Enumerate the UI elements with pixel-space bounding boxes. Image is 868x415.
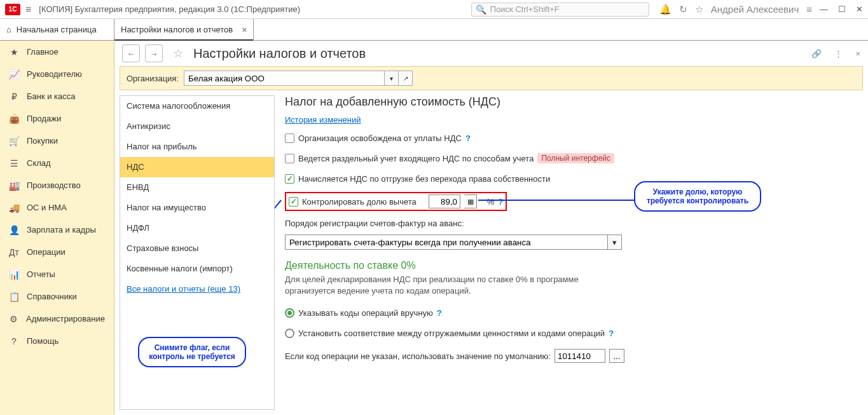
- sidebar-item[interactable]: 🏭Производство: [0, 174, 114, 196]
- checkbox-shipment[interactable]: ✓: [285, 174, 294, 184]
- sidebar-icon: 🛒: [9, 136, 19, 146]
- advance-select-input[interactable]: [285, 235, 608, 250]
- sidebar-item[interactable]: 👤Зарплата и кадры: [0, 219, 114, 241]
- help-icon[interactable]: ?: [609, 329, 614, 338]
- left-menu-item[interactable]: Косвенные налоги (импорт): [120, 259, 274, 279]
- org-dropdown-button[interactable]: ▾: [385, 71, 399, 86]
- default-code-label: Если код операции не указан, использоват…: [285, 351, 551, 361]
- radio-auto-codes-label: Установить соответствие между отгружаемы…: [298, 329, 605, 338]
- tab-home-label: Начальная страница: [17, 25, 97, 34]
- forward-button[interactable]: →: [145, 44, 163, 62]
- callout-right: Укажите долю, которуютребуется контролир…: [634, 181, 761, 212]
- tab-close-icon[interactable]: ×: [242, 25, 247, 35]
- help-icon[interactable]: ?: [498, 197, 503, 207]
- sidebar-icon: Дт: [9, 247, 19, 257]
- sidebar-item[interactable]: ₽Банк и касса: [0, 85, 114, 107]
- ratio-input[interactable]: [429, 194, 460, 208]
- menu-icon[interactable]: ≡: [25, 4, 31, 15]
- left-menu-item[interactable]: Антикризис: [120, 116, 274, 137]
- checkbox-control-ratio-label: Контролировать долю вычета: [302, 197, 417, 207]
- tab-home[interactable]: ⌂ Начальная страница: [0, 19, 114, 40]
- org-input[interactable]: [184, 71, 385, 86]
- help-icon[interactable]: ?: [465, 133, 471, 143]
- default-code-input[interactable]: [555, 349, 605, 363]
- left-menu-item[interactable]: Налог на прибыль: [120, 137, 274, 157]
- sidebar-item[interactable]: ★Главное: [0, 41, 114, 63]
- more-icon[interactable]: ⋮: [834, 49, 843, 58]
- sidebar-label: Администрирование: [26, 314, 105, 323]
- sidebar-icon: 👤: [9, 225, 19, 235]
- link-icon[interactable]: 🔗: [811, 49, 822, 58]
- sidebar-icon: ★: [9, 47, 19, 57]
- sidebar-icon: 🏭: [9, 180, 19, 191]
- org-open-button[interactable]: ↗: [399, 71, 413, 86]
- svg-line-0: [275, 200, 281, 340]
- checkbox-exempt[interactable]: [285, 133, 294, 143]
- sidebar-label: Покупки: [27, 136, 58, 146]
- organization-bar: Организация: ▾ ↗: [120, 66, 863, 90]
- sidebar-item[interactable]: ☰Склад: [0, 152, 114, 174]
- checkbox-separate[interactable]: [285, 154, 294, 163]
- bell-icon[interactable]: 🔔: [659, 4, 672, 15]
- default-code-browse-button[interactable]: ...: [609, 349, 624, 363]
- minimize-button[interactable]: —: [820, 4, 828, 14]
- percent-label: %: [487, 197, 495, 207]
- left-menu-item[interactable]: Страховые взносы: [120, 238, 274, 259]
- nds-heading: Налог на добавленную стоимость (НДС): [285, 95, 853, 109]
- sidebar-icon: ⚙: [9, 314, 18, 324]
- maximize-button[interactable]: ☐: [838, 4, 846, 14]
- sidebar-item[interactable]: ?Помощь: [0, 330, 114, 352]
- advance-select-dropdown[interactable]: ▾: [608, 235, 622, 250]
- checkbox-exempt-label: Организация освобождена от уплаты НДС: [298, 133, 462, 143]
- sidebar-item[interactable]: 📋Справочники: [0, 285, 114, 308]
- close-content-icon[interactable]: ×: [855, 49, 860, 58]
- sidebar-item[interactable]: 🚚ОС и НМА: [0, 196, 114, 219]
- radio-manual-codes[interactable]: [285, 308, 294, 318]
- user-name[interactable]: Андрей Алексеевич: [711, 4, 799, 15]
- sidebar-icon: 🚚: [9, 203, 19, 213]
- sidebar-label: Помощь: [27, 336, 59, 346]
- home-icon: ⌂: [6, 25, 11, 34]
- sidebar-icon: 📊: [9, 269, 19, 280]
- left-menu-item[interactable]: НДФЛ: [120, 218, 274, 238]
- sidebar-label: Главное: [27, 47, 59, 57]
- checkbox-control-ratio[interactable]: ✓: [289, 197, 298, 207]
- sidebar-item[interactable]: ДтОперации: [0, 241, 114, 263]
- search-input[interactable]: 🔍 Поиск Ctrl+Shift+F: [471, 3, 649, 17]
- advance-select: ▾: [285, 235, 622, 250]
- content-header: ← → ☆ Настройки налогов и отчетов 🔗 ⋮ ×: [114, 41, 868, 66]
- callout-left: Снимите флаг, если контроль не требуется: [138, 337, 246, 367]
- zero-rate-heading: Деятельность по ставке 0%: [285, 260, 853, 271]
- left-menu-item[interactable]: Система налогообложения: [120, 96, 274, 116]
- logo-1c: 1C: [5, 4, 20, 15]
- left-menu-item[interactable]: НДС: [120, 157, 274, 177]
- back-button[interactable]: ←: [122, 44, 140, 62]
- left-menu-item[interactable]: Налог на имущество: [120, 198, 274, 218]
- star-icon[interactable]: ☆: [695, 4, 703, 15]
- sidebar-label: Производство: [27, 180, 81, 190]
- sidebar-item[interactable]: 📈Руководителю: [0, 63, 114, 85]
- checkbox-separate-label: Ведется раздельный учет входящего НДС по…: [298, 154, 534, 163]
- main-sidebar: ★Главное📈Руководителю₽Банк и касса👜Прода…: [0, 41, 114, 415]
- org-label: Организация:: [127, 74, 179, 83]
- sidebar-item[interactable]: 📊Отчеты: [0, 263, 114, 285]
- sidebar-label: Руководителю: [27, 69, 82, 79]
- sidebar-item[interactable]: 🛒Покупки: [0, 130, 114, 152]
- tab-settings-label: Настройки налогов и отчетов: [121, 25, 233, 34]
- help-icon[interactable]: ?: [437, 308, 442, 318]
- settings-icon[interactable]: ≡: [806, 4, 812, 15]
- history-icon[interactable]: ↻: [679, 4, 687, 15]
- tab-settings[interactable]: Настройки налогов и отчетов ×: [114, 19, 254, 40]
- sidebar-icon: ₽: [9, 92, 19, 102]
- favorite-icon[interactable]: ☆: [173, 46, 183, 60]
- radio-auto-codes[interactable]: [285, 329, 294, 338]
- close-button[interactable]: ✕: [856, 4, 863, 14]
- left-menu-item[interactable]: Все налоги и отчеты (еще 13): [120, 279, 274, 299]
- history-link[interactable]: История изменений: [285, 115, 361, 125]
- search-placeholder: Поиск Ctrl+Shift+F: [490, 4, 560, 14]
- sidebar-item[interactable]: 👜Продажи: [0, 107, 114, 130]
- calculator-button[interactable]: ▦: [464, 194, 477, 208]
- sidebar-item[interactable]: ⚙Администрирование: [0, 308, 114, 330]
- left-menu-item[interactable]: ЕНВД: [120, 177, 274, 198]
- sidebar-label: Зарплата и кадры: [27, 225, 96, 235]
